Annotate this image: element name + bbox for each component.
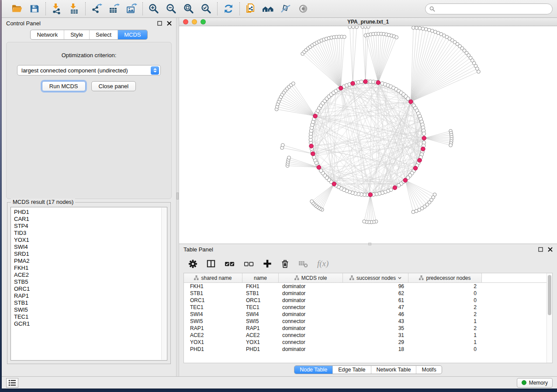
tab-select[interactable]: Select [89, 30, 118, 39]
table-cell: 2 [408, 304, 482, 310]
zoom-out-button[interactable] [165, 2, 178, 15]
show-graphics-details-button[interactable] [297, 2, 310, 15]
column-header-blank [482, 273, 552, 283]
float-window-icon[interactable] [538, 247, 543, 252]
deselect-all-icon[interactable] [244, 261, 254, 267]
maximize-window-button[interactable] [201, 19, 206, 24]
zoom-in-button[interactable] [147, 2, 160, 15]
mcds-result-item[interactable]: ACE2 [14, 272, 167, 279]
table-row[interactable]: STB1STB1dominator620 [184, 290, 552, 297]
show-columns-icon[interactable] [207, 259, 215, 268]
criterion-dropdown[interactable]: largest connected component (undirected) [17, 65, 161, 76]
column-header-shared-name[interactable]: shared name [184, 273, 242, 283]
tab-network[interactable]: Network [31, 30, 64, 39]
tab-style[interactable]: Style [64, 30, 89, 39]
table-cell: dominator [279, 311, 343, 317]
table-cell: PHD1 [184, 346, 242, 352]
table-cell: YOX1 [184, 339, 242, 345]
close-window-button[interactable] [183, 19, 188, 24]
network-graph [179, 26, 557, 244]
column-header-predecessor-nodes[interactable]: predecessor nodes [408, 273, 482, 283]
mcds-result-item[interactable]: STP4 [14, 223, 167, 230]
close-panel-icon[interactable] [548, 247, 553, 252]
import-network-button[interactable] [50, 2, 63, 15]
table-row[interactable]: ORC1ORC1dominator610 [184, 297, 552, 304]
open-file-button[interactable] [10, 2, 24, 15]
mcds-result-item[interactable]: TEC1 [14, 313, 167, 320]
mcds-result-item[interactable]: YOX1 [14, 237, 167, 244]
tab-node-table[interactable]: Node Table [294, 366, 332, 374]
settings-gear-icon[interactable] [188, 259, 197, 268]
mcds-result-item[interactable]: FKH1 [14, 265, 167, 272]
application-window: Control Panel Network Style Select MCDS … [2, 0, 557, 389]
table-panel: Table Panel f(x) [179, 244, 557, 376]
vertical-splitter[interactable] [176, 18, 179, 376]
zoom-fit-button[interactable] [182, 2, 195, 15]
table-cell: 1 [408, 332, 482, 338]
home-button[interactable] [262, 2, 275, 15]
mcds-result-item[interactable]: GCR1 [14, 320, 167, 327]
network-document-button[interactable] [244, 2, 257, 15]
column-header-mcds-role[interactable]: MCDS role [279, 273, 343, 283]
minimize-window-button[interactable] [192, 19, 197, 24]
splitter-handle[interactable] [176, 193, 179, 199]
mcds-result-item[interactable]: PMA2 [14, 258, 167, 265]
mcds-result-item[interactable]: SWI5 [14, 306, 167, 313]
close-panel-button[interactable]: Close panel [91, 81, 136, 91]
mcds-tab-content: Optimization criterion: largest connecte… [6, 42, 172, 199]
search-field[interactable] [425, 3, 553, 14]
tab-mcds[interactable]: MCDS [118, 30, 147, 39]
network-title: YPA_prune.txt_1 [179, 19, 557, 25]
mcds-result-list[interactable]: PHD1CAR1STP4TID3YOX1SWI4SRD1PMA2FKH1ACE2… [10, 207, 167, 361]
table-scrollbar-thumb[interactable] [548, 275, 551, 315]
column-header-successor-nodes[interactable]: successor nodes [343, 273, 408, 283]
import-table-button[interactable] [68, 2, 81, 15]
mcds-result-item[interactable]: ORC1 [14, 285, 167, 292]
control-panel: Control Panel Network Style Select MCDS … [2, 18, 176, 376]
run-mcds-button[interactable]: Run MCDS [42, 81, 86, 91]
table-row[interactable]: FKH1FKH1dominator962 [184, 283, 552, 290]
horizontal-splitter-handle[interactable] [368, 243, 371, 245]
column-header-name[interactable]: name [242, 273, 279, 283]
search-input[interactable] [438, 6, 548, 12]
tab-network-table[interactable]: Network Table [371, 366, 416, 374]
memory-button[interactable]: Memory [517, 378, 553, 388]
export-image-button[interactable] [125, 2, 138, 15]
select-all-icon[interactable] [225, 261, 235, 267]
export-table-button[interactable] [107, 2, 121, 15]
table-row[interactable]: ACE2ACE2connector311 [184, 332, 552, 339]
table-scrollbar[interactable] [547, 273, 552, 363]
zoom-out-icon [166, 3, 177, 14]
hide-graphics-details-button[interactable] [279, 2, 292, 15]
mcds-result-item[interactable]: PHD1 [14, 209, 167, 216]
table-row[interactable]: TEC1TEC1connector472 [184, 304, 552, 311]
mcds-result-item[interactable]: CAR1 [14, 216, 167, 223]
export-network-button[interactable] [90, 2, 103, 15]
mcds-result-item[interactable]: SWI4 [14, 244, 167, 251]
refresh-layout-button[interactable] [222, 2, 235, 15]
list-scrollbar[interactable] [161, 208, 166, 360]
mcds-result-item[interactable]: SRD1 [14, 251, 167, 258]
delete-row-icon[interactable] [281, 259, 289, 268]
zoom-selected-button[interactable] [200, 2, 213, 15]
table-row[interactable]: RAP1RAP1dominator352 [184, 325, 552, 332]
close-panel-icon[interactable] [167, 21, 172, 26]
mcds-result-item[interactable]: STB5 [14, 279, 167, 285]
mcds-result-item[interactable]: TID3 [14, 230, 167, 237]
mcds-result-item[interactable]: STB1 [14, 299, 167, 306]
table-row[interactable]: PHD1PHD1dominator180 [184, 346, 552, 353]
tab-edge-table[interactable]: Edge Table [332, 366, 370, 374]
table-row[interactable]: YOX1YOX1connector291 [184, 339, 552, 346]
save-session-button[interactable] [28, 2, 41, 15]
mcds-result-item[interactable]: RAP1 [14, 292, 167, 299]
table-cell: dominator [279, 346, 343, 352]
table-row[interactable]: SWI4SWI4dominator462 [184, 311, 552, 318]
table-row[interactable]: SWI5SWI5connector431 [184, 318, 552, 325]
tab-motifs[interactable]: Motifs [416, 366, 441, 374]
task-history-button[interactable] [6, 378, 18, 388]
add-row-icon[interactable] [263, 259, 272, 268]
network-canvas[interactable] [179, 26, 557, 244]
float-window-icon[interactable] [157, 21, 162, 26]
table-cell: 0 [408, 290, 482, 296]
table-cell: dominator [279, 290, 343, 296]
